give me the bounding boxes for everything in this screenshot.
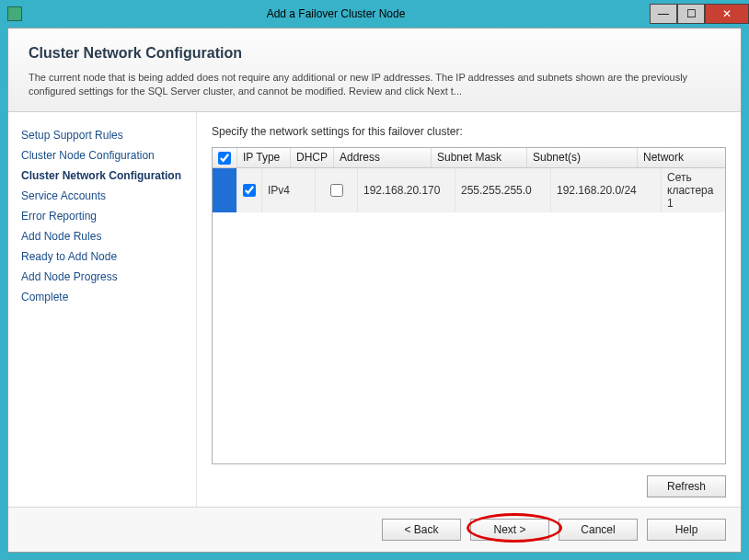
main-panel: Specify the network settings for this fa… — [197, 112, 741, 507]
row-selector[interactable] — [213, 167, 237, 212]
sidebar-item-add-node-rules[interactable]: Add Node Rules — [21, 226, 187, 246]
sidebar-item-ready-to-add-node[interactable]: Ready to Add Node — [21, 246, 187, 267]
sidebar-item-cluster-network-configuration[interactable]: Cluster Network Configuration — [21, 166, 187, 186]
cell-subnets: 192.168.20.0/24 — [551, 168, 662, 212]
client-area: Cluster Network Configuration The curren… — [7, 28, 742, 553]
window-title: Add a Failover Cluster Node — [22, 7, 650, 20]
titlebar: Add a Failover Cluster Node — ☐ ✕ — [0, 0, 749, 28]
instruction-text: Specify the network settings for this fa… — [212, 125, 726, 138]
cell-address: 192.168.20.170 — [358, 168, 455, 212]
cell-iptype: IPv4 — [262, 168, 316, 212]
grid-empty-area — [213, 212, 725, 463]
app-icon — [7, 6, 22, 21]
sidebar: Setup Support Rules Cluster Node Configu… — [8, 112, 197, 507]
col-header-address[interactable]: Address — [334, 148, 432, 167]
row-checkbox[interactable] — [243, 184, 256, 197]
close-button[interactable]: ✕ — [705, 4, 749, 24]
page-header: Cluster Network Configuration The curren… — [8, 29, 741, 112]
refresh-row: Refresh — [212, 464, 726, 497]
footer: < Back Next > Cancel Help — [8, 507, 741, 552]
sidebar-item-setup-support-rules[interactable]: Setup Support Rules — [21, 125, 187, 145]
refresh-button[interactable]: Refresh — [647, 475, 726, 497]
maximize-button[interactable]: ☐ — [677, 4, 705, 24]
sidebar-item-error-reporting[interactable]: Error Reporting — [21, 206, 187, 226]
body: Setup Support Rules Cluster Node Configu… — [8, 112, 741, 507]
network-grid: IP Type DHCP Address Subnet Mask Subnet(… — [212, 147, 726, 464]
minimize-button[interactable]: — — [650, 4, 677, 24]
col-header-iptype[interactable]: IP Type — [237, 148, 291, 167]
dhcp-checkbox[interactable] — [330, 184, 343, 197]
back-button[interactable]: < Back — [382, 519, 461, 541]
next-button[interactable]: Next > — [470, 519, 549, 541]
cell-dhcp[interactable] — [316, 168, 358, 212]
minimize-icon: — — [658, 7, 669, 20]
col-header-checkbox[interactable] — [213, 148, 237, 167]
cancel-button[interactable]: Cancel — [559, 519, 638, 541]
header-checkbox[interactable] — [218, 152, 231, 165]
sidebar-item-service-accounts[interactable]: Service Accounts — [21, 186, 187, 206]
page-description: The current node that is being added doe… — [29, 71, 720, 98]
sidebar-item-complete[interactable]: Complete — [21, 287, 187, 307]
cell-mask: 255.255.255.0 — [455, 168, 551, 212]
sidebar-item-cluster-node-configuration[interactable]: Cluster Node Configuration — [21, 145, 187, 166]
network-table: IP Type DHCP Address Subnet Mask Subnet(… — [213, 148, 725, 212]
close-icon: ✕ — [722, 7, 732, 20]
wizard-window: Add a Failover Cluster Node — ☐ ✕ Cluste… — [0, 0, 749, 560]
table-row[interactable]: IPv4 192.168.20.170 255.255.255.0 192.16… — [213, 167, 725, 212]
col-header-dhcp[interactable]: DHCP — [291, 148, 334, 167]
maximize-icon: ☐ — [686, 7, 697, 20]
col-header-mask[interactable]: Subnet Mask — [432, 148, 527, 167]
sidebar-item-add-node-progress[interactable]: Add Node Progress — [21, 267, 187, 287]
col-header-subnets[interactable]: Subnet(s) — [527, 148, 638, 167]
cell-network: Сеть кластера 1 — [662, 168, 726, 212]
page-title: Cluster Network Configuration — [29, 45, 720, 62]
window-buttons: — ☐ ✕ — [650, 5, 749, 24]
col-header-network[interactable]: Network — [638, 148, 725, 167]
help-button[interactable]: Help — [647, 519, 726, 541]
row-checkbox-cell[interactable] — [237, 168, 262, 212]
